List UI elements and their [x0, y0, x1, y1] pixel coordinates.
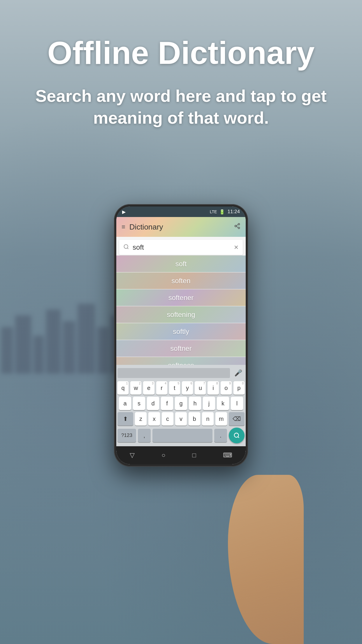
keyboard-button[interactable]: ⌨ [223, 452, 232, 459]
key-m[interactable]: m [215, 412, 227, 426]
svg-line-3 [236, 226, 238, 228]
key-q[interactable]: 1q [117, 381, 129, 395]
period-key[interactable]: . [214, 429, 227, 442]
status-left: ▶ [122, 209, 126, 215]
hero-content: Offline Dictionary Search any word here … [0, 0, 362, 146]
svg-point-5 [124, 244, 128, 248]
signal-icon: LTE [210, 209, 217, 214]
svg-line-6 [127, 248, 129, 249]
keyboard-row-1: 1q 2w 3e 4r 5t 6y 7u 8i 9o 0p [117, 381, 245, 395]
result-word: soften [171, 277, 190, 285]
home-button[interactable]: ○ [161, 452, 165, 459]
keyboard-top-row: 🎤 [117, 367, 245, 379]
svg-point-0 [238, 223, 240, 225]
phone-screen: ▶ LTE 🔋 11:24 ≡ Dictionary [116, 206, 246, 464]
status-time: 11:24 [227, 209, 240, 215]
list-item[interactable]: softener [116, 289, 246, 306]
key-y[interactable]: 6y [182, 381, 193, 395]
key-z[interactable]: z [135, 412, 147, 426]
mic-icon: 🎤 [234, 369, 242, 377]
search-icon [123, 244, 129, 251]
result-word: softener [168, 294, 194, 302]
svg-point-7 [234, 433, 239, 438]
key-o[interactable]: 9o [221, 381, 232, 395]
key-j[interactable]: j [203, 397, 215, 410]
keyboard-row-2: a s d f g h j k l [117, 397, 245, 410]
key-f[interactable]: f [161, 397, 173, 410]
mic-button[interactable]: 🎤 [232, 367, 245, 379]
key-h[interactable]: h [189, 397, 201, 410]
key-r[interactable]: 4r [156, 381, 167, 395]
key-i[interactable]: 8i [208, 381, 219, 395]
result-word: softness [168, 361, 194, 365]
svg-point-1 [235, 225, 237, 227]
share-icon[interactable] [234, 223, 240, 231]
key-c[interactable]: c [162, 412, 173, 426]
backspace-key[interactable]: ⌫ [229, 412, 245, 426]
phone-inner: ▶ LTE 🔋 11:24 ≡ Dictionary [116, 206, 246, 464]
key-a[interactable]: a [119, 397, 131, 410]
svg-line-8 [238, 437, 239, 438]
app-toolbar: ≡ Dictionary [116, 217, 246, 237]
keyboard-row-4: ?123 , . [117, 428, 245, 443]
phone-mockup: ▶ LTE 🔋 11:24 ≡ Dictionary [114, 204, 248, 467]
clear-icon[interactable]: ✕ [234, 244, 239, 251]
search-bar[interactable]: soft ✕ [119, 240, 243, 255]
list-item[interactable]: softening [116, 306, 246, 323]
sym-key[interactable]: ?123 [117, 429, 136, 442]
keyboard: 🎤 1q 2w 3e 4r 5t 6y 7u 8i 9o 0p [116, 365, 246, 446]
key-v[interactable]: v [175, 412, 187, 426]
keyboard-spacer [117, 368, 230, 378]
results-list: soft soften softener softening softly [116, 256, 246, 365]
space-key[interactable] [152, 429, 212, 442]
key-k[interactable]: k [217, 397, 229, 410]
status-bar: ▶ LTE 🔋 11:24 [116, 206, 246, 217]
result-word: softner [170, 344, 191, 353]
key-t[interactable]: 5t [169, 381, 180, 395]
menu-icon[interactable]: ≡ [122, 223, 125, 231]
key-x[interactable]: x [148, 412, 160, 426]
result-word: softening [167, 311, 195, 319]
search-input[interactable]: soft [133, 243, 234, 251]
result-word: softly [173, 328, 189, 336]
key-l[interactable]: l [231, 397, 243, 410]
back-button[interactable]: ▽ [130, 452, 135, 459]
search-submit-button[interactable] [229, 428, 245, 443]
hero-title: Offline Dictionary [23, 35, 339, 70]
key-s[interactable]: s [133, 397, 145, 410]
list-item[interactable]: softness [116, 357, 246, 365]
key-d[interactable]: d [147, 397, 159, 410]
key-p[interactable]: 0p [233, 381, 245, 395]
status-right: LTE 🔋 11:24 [210, 209, 240, 215]
key-e[interactable]: 3e [143, 381, 154, 395]
key-u[interactable]: 7u [195, 381, 206, 395]
list-item[interactable]: soft [116, 256, 246, 272]
list-item[interactable]: softly [116, 323, 246, 340]
hero-subtitle: Search any word here and tap to get mean… [23, 85, 339, 129]
keyboard-row-3: ⬆ z x c v b n m ⌫ [117, 412, 245, 426]
comma-key[interactable]: , [138, 429, 151, 442]
result-word: soft [175, 260, 187, 268]
key-g[interactable]: g [175, 397, 187, 410]
phone-body: ▶ LTE 🔋 11:24 ≡ Dictionary [114, 204, 248, 467]
toolbar-title: Dictionary [129, 223, 234, 232]
recent-button[interactable]: □ [192, 452, 196, 459]
shift-key[interactable]: ⬆ [117, 412, 133, 426]
list-item[interactable]: softner [116, 340, 246, 357]
svg-point-2 [238, 227, 240, 229]
key-n[interactable]: n [202, 412, 214, 426]
list-item[interactable]: soften [116, 272, 246, 289]
battery-icon: 🔋 [219, 209, 225, 215]
play-icon: ▶ [122, 209, 126, 215]
key-w[interactable]: 2w [130, 381, 141, 395]
key-b[interactable]: b [189, 412, 200, 426]
nav-bar: ▽ ○ □ ⌨ [116, 446, 246, 464]
svg-line-4 [236, 225, 238, 226]
